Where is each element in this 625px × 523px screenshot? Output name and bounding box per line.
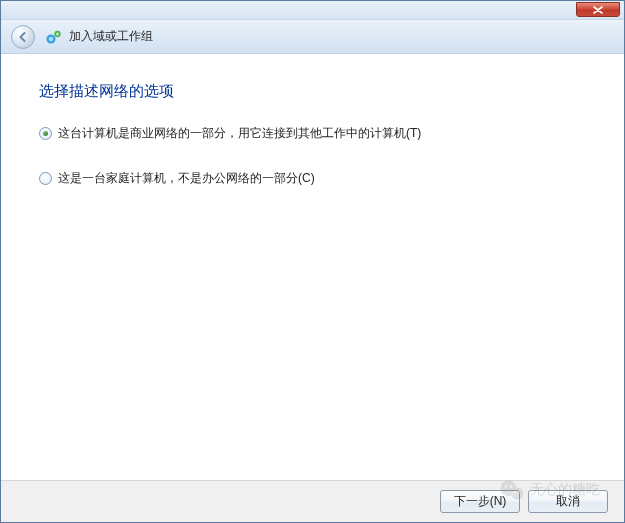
content-area: 选择描述网络的选项 这台计算机是商业网络的一部分，用它连接到其他工作中的计算机(… <box>1 54 624 480</box>
header-title: 加入域或工作组 <box>69 28 153 45</box>
next-button[interactable]: 下一步(N) <box>440 490 520 513</box>
back-button[interactable] <box>11 25 35 49</box>
option-label: 这台计算机是商业网络的一部分，用它连接到其他工作中的计算机(T) <box>58 125 421 142</box>
option-label: 这是一台家庭计算机，不是办公网络的一部分(C) <box>58 170 315 187</box>
page-heading: 选择描述网络的选项 <box>39 82 586 101</box>
header: 加入域或工作组 <box>1 20 624 54</box>
titlebar <box>1 1 624 20</box>
close-icon <box>593 6 603 14</box>
back-arrow-icon <box>17 31 29 43</box>
option-home[interactable]: 这是一台家庭计算机，不是办公网络的一部分(C) <box>39 170 586 187</box>
cancel-button[interactable]: 取消 <box>528 490 608 513</box>
wizard-icon <box>45 28 63 46</box>
close-button[interactable] <box>576 2 620 17</box>
option-business[interactable]: 这台计算机是商业网络的一部分，用它连接到其他工作中的计算机(T) <box>39 125 586 142</box>
radio-icon <box>39 127 52 140</box>
footer: 下一步(N) 取消 <box>1 480 624 522</box>
wizard-window: 加入域或工作组 选择描述网络的选项 这台计算机是商业网络的一部分，用它连接到其他… <box>0 0 625 523</box>
radio-icon <box>39 172 52 185</box>
svg-point-3 <box>56 32 59 35</box>
svg-point-1 <box>49 36 54 41</box>
